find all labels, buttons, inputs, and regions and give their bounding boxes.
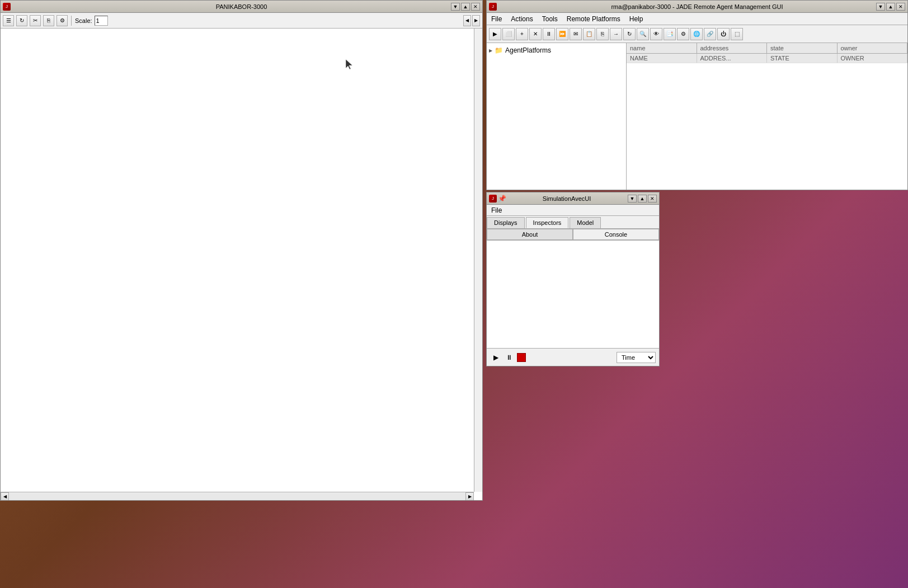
sim-stop-button[interactable] <box>517 353 526 362</box>
left-window-controls: ▼ ▲ ✕ <box>451 3 480 11</box>
horizontal-scrollbar[interactable]: ◀ ▶ <box>1 492 474 500</box>
jade-btn-5[interactable]: ⏸ <box>543 28 555 40</box>
left-window-toolbar: ☰ ↻ ✂ ⎘ ⚙ Scale: ◀ ▶ <box>1 13 482 29</box>
toolbar-gear-icon[interactable]: ⚙ <box>57 15 68 26</box>
jade-titlebar: J rma@panikabor-3000 - JADE Remote Agent… <box>487 1 907 13</box>
toolbar-menu-icon[interactable]: ☰ <box>3 15 14 26</box>
jade-btn-12[interactable]: 🔍 <box>637 28 649 40</box>
menu-actions[interactable]: Actions <box>509 14 535 24</box>
vertical-scrollbar[interactable] <box>474 29 482 492</box>
left-window-canvas: ◀ ▶ <box>1 29 482 500</box>
left-window-titlebar: J PANIKABOR-3000 ▼ ▲ ✕ <box>1 1 482 13</box>
expand-right-btn[interactable]: ▶ <box>472 15 480 26</box>
scroll-left-arrow[interactable]: ◀ <box>1 492 9 501</box>
jade-btn-15[interactable]: ⚙ <box>677 28 689 40</box>
left-window: J PANIKABOR-3000 ▼ ▲ ✕ ☰ ↻ ✂ ⎘ ⚙ Scale: … <box>0 0 483 501</box>
jade-btn-6[interactable]: ⏩ <box>556 28 568 40</box>
sim-menu-file[interactable]: File <box>489 205 504 215</box>
sim-menubar: File <box>487 205 659 216</box>
jade-tree-panel: ▶ 📁 AgentPlatforms <box>487 43 627 190</box>
jade-menubar: File Actions Tools Remote Platforms Help <box>487 13 907 25</box>
left-window-maximize[interactable]: ▲ <box>461 3 470 11</box>
folder-icon: 📁 <box>495 46 503 54</box>
col-state: state <box>767 43 838 53</box>
tree-root-label: AgentPlatforms <box>505 46 551 54</box>
tree-root[interactable]: ▶ 📁 AgentPlatforms <box>489 45 624 55</box>
jade-btn-18[interactable]: ⏻ <box>717 28 730 40</box>
tree-arrow-icon: ▶ <box>489 48 492 53</box>
table-header: name addresses state owner <box>627 43 907 54</box>
toolbar-refresh-icon[interactable]: ↻ <box>16 15 27 26</box>
jade-minimize[interactable]: ▼ <box>876 3 885 11</box>
jade-btn-7[interactable]: ✉ <box>570 28 582 40</box>
sim-tab-model[interactable]: Model <box>570 217 601 228</box>
scroll-track[interactable] <box>9 493 465 500</box>
sim-tab-displays[interactable]: Displays <box>487 217 525 228</box>
left-window-minimize[interactable]: ▼ <box>451 3 460 11</box>
sim-close[interactable]: ✕ <box>648 195 657 203</box>
svg-marker-0 <box>346 59 352 69</box>
col-owner: owner <box>838 43 908 53</box>
sim-tabs: Displays Inspectors Model <box>487 216 659 229</box>
sim-play-button[interactable]: ▶ <box>490 352 501 363</box>
scale-input[interactable] <box>95 16 108 26</box>
jade-window: J rma@panikabor-3000 - JADE Remote Agent… <box>486 0 908 190</box>
jade-close[interactable]: ✕ <box>896 3 905 11</box>
expand-left-btn[interactable]: ◀ <box>463 15 471 26</box>
jade-window-icon: J <box>489 3 497 11</box>
jade-maximize[interactable]: ▲ <box>886 3 895 11</box>
sim-window: J 📌 SimulationAvecUI ▼ ▲ ✕ File Displays… <box>486 192 660 366</box>
sim-subtab-about[interactable]: About <box>487 229 573 240</box>
scroll-right-arrow[interactable]: ▶ <box>465 492 474 501</box>
jade-btn-11[interactable]: ↻ <box>623 28 636 40</box>
toolbar-copy-icon[interactable]: ⎘ <box>43 15 54 26</box>
jade-table: name addresses state owner NAME ADDRES..… <box>627 43 907 190</box>
cell-addresses: ADDRES... <box>697 54 768 63</box>
toolbar-sep <box>71 16 72 26</box>
col-name: name <box>627 43 697 53</box>
jade-btn-3[interactable]: + <box>516 28 528 40</box>
toolbar-cut-icon[interactable]: ✂ <box>30 15 41 26</box>
left-window-close[interactable]: ✕ <box>471 3 480 11</box>
sim-time-select[interactable]: Time Step Tick <box>617 352 656 363</box>
menu-tools[interactable]: Tools <box>540 14 560 24</box>
sim-console-content <box>487 241 659 348</box>
sim-titlebar: J 📌 SimulationAvecUI ▼ ▲ ✕ <box>487 192 659 205</box>
cursor <box>346 59 352 69</box>
col-addresses: addresses <box>697 43 768 53</box>
sim-pause-button[interactable]: ⏸ <box>504 352 515 363</box>
sim-tab-inspectors[interactable]: Inspectors <box>526 217 569 228</box>
jade-btn-16[interactable]: 🌐 <box>690 28 703 40</box>
table-data-row[interactable]: NAME ADDRES... STATE OWNER <box>627 54 907 63</box>
sim-pin-icon[interactable]: 📌 <box>498 195 506 203</box>
sim-minimize[interactable]: ▼ <box>628 195 637 203</box>
sim-window-icon: J <box>489 195 497 203</box>
jade-btn-1[interactable]: ▶ <box>489 28 501 40</box>
sim-title: SimulationAvecUI <box>506 195 628 202</box>
menu-remote-platforms[interactable]: Remote Platforms <box>564 14 623 24</box>
sim-window-controls: ▼ ▲ ✕ <box>628 195 657 203</box>
sim-subtab-console[interactable]: Console <box>573 229 659 240</box>
jade-btn-10[interactable]: → <box>610 28 622 40</box>
menu-file[interactable]: File <box>489 14 504 24</box>
jade-toolbar: ▶ ⬜ + ✕ ⏸ ⏩ ✉ 📋 ⎘ → ↻ 🔍 👁 📑 ⚙ 🌐 🔗 ⏻ ⬚ <box>487 25 907 43</box>
jade-btn-19[interactable]: ⬚ <box>731 28 743 40</box>
jade-btn-2[interactable]: ⬜ <box>502 28 515 40</box>
jade-window-title: rma@panikabor-3000 - JADE Remote Agent M… <box>611 3 783 10</box>
scale-label: Scale: <box>75 17 92 24</box>
jade-btn-4[interactable]: ✕ <box>529 28 542 40</box>
menu-help[interactable]: Help <box>627 14 646 24</box>
cell-state: STATE <box>767 54 838 63</box>
cell-name: NAME <box>627 54 697 63</box>
jade-btn-8[interactable]: 📋 <box>583 28 595 40</box>
left-window-title: PANIKABOR-3000 <box>216 3 267 10</box>
sim-maximize[interactable]: ▲ <box>638 195 647 203</box>
sim-subtabs: About Console <box>487 229 659 241</box>
jade-btn-13[interactable]: 👁 <box>650 28 662 40</box>
jade-btn-17[interactable]: 🔗 <box>704 28 716 40</box>
jade-btn-14[interactable]: 📑 <box>664 28 676 40</box>
jade-btn-9[interactable]: ⎘ <box>596 28 609 40</box>
cell-owner: OWNER <box>838 54 908 63</box>
jade-window-controls: ▼ ▲ ✕ <box>876 3 905 11</box>
jade-content: ▶ 📁 AgentPlatforms name addresses state … <box>487 43 907 190</box>
